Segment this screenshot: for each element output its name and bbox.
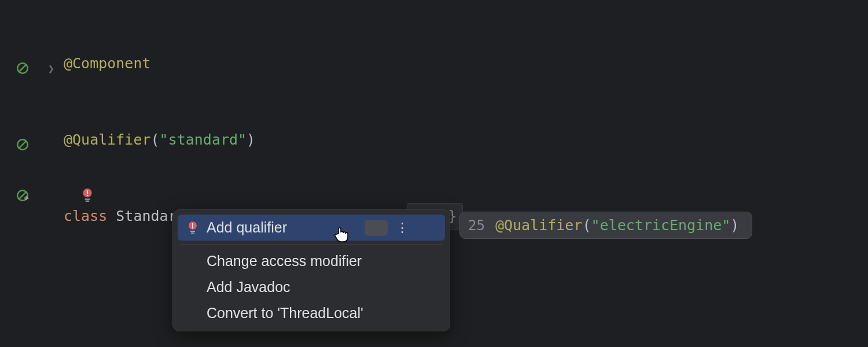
intention-item-change-access[interactable]: Change access modifier: [178, 248, 445, 274]
popup-separator: [180, 244, 443, 245]
intention-label: Add Javadoc: [207, 279, 290, 296]
punct: (: [151, 127, 160, 153]
punct: ): [247, 127, 255, 153]
gutter: ❯: [0, 0, 58, 347]
intention-item-add-javadoc[interactable]: Add Javadoc: [178, 274, 445, 300]
svg-rect-12: [192, 223, 193, 227]
preview-code: @Qualifier("electricEngine"): [495, 217, 739, 234]
gutter-bean-icon[interactable]: [16, 61, 29, 74]
intention-item-add-qualifier[interactable]: Add qualifier ⋮: [178, 215, 445, 241]
intention-label: Add qualifier: [207, 219, 287, 236]
more-actions-icon[interactable]: ⋮: [396, 220, 409, 235]
svg-line-1: [19, 64, 26, 72]
code-editor[interactable]: ❯ @Component @Qualifier("standard") clas…: [0, 0, 868, 347]
svg-rect-13: [192, 227, 193, 228]
keyword: class: [64, 204, 116, 229]
fold-arrow-icon[interactable]: ❯: [48, 62, 54, 75]
string-literal: "standard": [160, 127, 247, 153]
intention-item-convert-threadlocal[interactable]: Convert to 'ThreadLocal': [178, 300, 445, 326]
intention-label: Change access modifier: [207, 253, 362, 270]
annotation: @Component: [64, 51, 151, 76]
svg-rect-15: [191, 232, 194, 234]
gutter-autowired-icon[interactable]: [16, 189, 29, 201]
intention-label: Convert to 'ThreadLocal': [207, 305, 363, 322]
annotation: @Qualifier: [64, 127, 151, 153]
intention-preview: 25 @Qualifier("electricEngine"): [459, 212, 752, 239]
svg-rect-14: [190, 231, 195, 232]
intention-actions-popup: Add qualifier ⋮ Change access modifier A…: [172, 209, 450, 331]
gutter-bean-icon[interactable]: [16, 138, 29, 150]
preview-line-number: 25: [468, 217, 485, 234]
error-bulb-icon: [187, 221, 198, 235]
svg-line-3: [19, 141, 26, 148]
